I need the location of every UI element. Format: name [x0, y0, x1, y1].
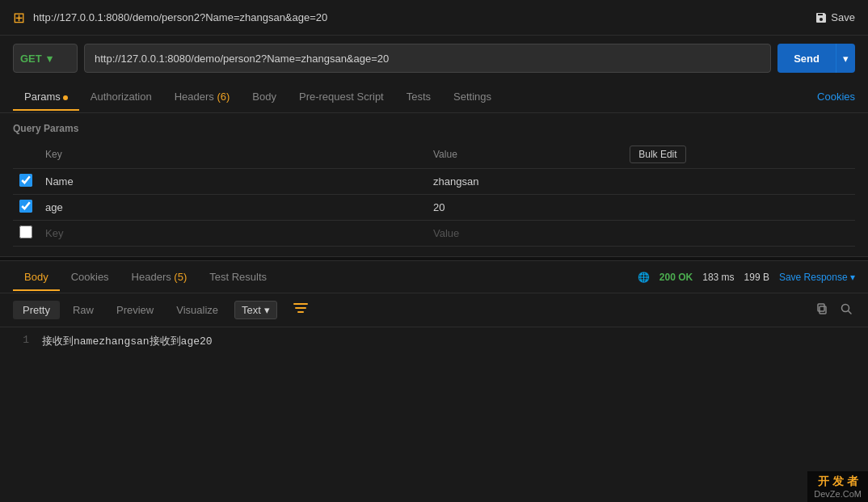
search-button[interactable]	[837, 300, 855, 320]
send-button[interactable]: Send	[777, 44, 836, 73]
row2-checkbox[interactable]	[19, 200, 32, 213]
copy-button[interactable]	[813, 300, 831, 320]
row1-checkbox[interactable]	[19, 174, 32, 187]
col-checkbox	[13, 141, 39, 169]
save-response-label: Save Response	[779, 272, 848, 283]
fmt-tab-pretty[interactable]: Pretty	[13, 301, 60, 319]
resp-tab-headers-label: Headers (5)	[132, 271, 188, 283]
method-chevron-icon: ▾	[47, 53, 53, 65]
tab-authorization[interactable]: Authorization	[79, 82, 163, 111]
tab-headers[interactable]: Headers (6)	[163, 82, 242, 111]
resp-tab-test-results-label: Test Results	[209, 271, 267, 283]
top-url: http://127.0.0.1:8080/demo/person2?Name=…	[33, 11, 807, 23]
tab-body-label: Body	[252, 91, 276, 103]
status-time: 183 ms	[702, 272, 734, 283]
tab-body[interactable]: Body	[241, 82, 288, 111]
tab-tests-label: Tests	[407, 91, 431, 103]
svg-line-6	[849, 311, 852, 314]
row3-checkbox-cell	[13, 221, 39, 247]
format-bar: Pretty Raw Preview Visualize Text ▾	[0, 293, 868, 327]
svg-rect-0	[293, 303, 308, 305]
row2-checkbox-cell	[13, 195, 39, 221]
watermark-line1: 开 发 者	[814, 475, 862, 489]
save-response-button[interactable]: Save Response ▾	[779, 272, 855, 283]
tab-authorization-label: Authorization	[91, 91, 152, 103]
response-action-icons	[813, 300, 855, 320]
tab-tests[interactable]: Tests	[395, 82, 442, 111]
tab-settings[interactable]: Settings	[442, 82, 503, 111]
row1-key[interactable]: Name	[39, 169, 427, 195]
fmt-tab-visualize[interactable]: Visualize	[166, 301, 228, 319]
line-content: 接收到namezhangsan接收到age20	[42, 334, 213, 348]
send-dropdown-button[interactable]: ▾	[836, 44, 855, 73]
col-bulk-edit: Bulk Edit	[623, 141, 855, 169]
resp-tab-body-label: Body	[24, 271, 48, 283]
row2-value[interactable]: 20	[427, 195, 623, 221]
row3-checkbox[interactable]	[19, 226, 32, 238]
response-body: 1 接收到namezhangsan接收到age20	[0, 327, 868, 355]
table-row: age 20	[13, 195, 855, 221]
resp-tab-headers[interactable]: Headers (5)	[120, 263, 199, 291]
status-ok: 200 OK	[659, 272, 693, 283]
row3-actions	[623, 221, 855, 247]
row1-actions	[623, 169, 855, 195]
resp-tab-cookies[interactable]: Cookies	[60, 263, 120, 291]
save-button[interactable]: Save	[815, 11, 855, 23]
tab-prerequest-label: Pre-request Script	[299, 91, 384, 103]
tab-params-label: Params	[24, 91, 61, 103]
table-row: Key Value	[13, 221, 855, 247]
resp-tab-test-results[interactable]: Test Results	[198, 263, 278, 291]
row1-checkbox-cell	[13, 169, 39, 195]
text-format-dropdown[interactable]: Text ▾	[234, 301, 277, 319]
row3-value[interactable]: Value	[427, 221, 623, 247]
status-info: 🌐 200 OK 183 ms 199 B Save Response ▾	[638, 272, 855, 283]
params-table: Key Value Bulk Edit Name zhangsan a	[13, 141, 855, 247]
status-size: 199 B	[744, 272, 769, 283]
app-icon: ⊞	[13, 9, 25, 27]
send-btn-group: Send ▾	[777, 44, 855, 73]
resp-tab-body[interactable]: Body	[13, 263, 60, 291]
url-input[interactable]	[84, 44, 771, 73]
request-tabs-bar: Params Authorization Headers (6) Body Pr…	[0, 81, 868, 113]
watermark: 开 发 者 DevZe.CoM	[807, 471, 868, 502]
row3-key[interactable]: Key	[39, 221, 427, 247]
col-value: Value	[427, 141, 623, 169]
tab-settings-label: Settings	[453, 91, 491, 103]
value-placeholder: Value	[433, 227, 459, 239]
response-tabs-bar: Body Cookies Headers (5) Test Results 🌐 …	[0, 261, 868, 293]
tab-prerequest[interactable]: Pre-request Script	[288, 82, 395, 111]
svg-rect-4	[818, 304, 824, 311]
key-placeholder: Key	[45, 227, 63, 239]
method-value: GET	[20, 53, 42, 65]
bulk-edit-button[interactable]: Bulk Edit	[630, 146, 685, 163]
response-line: 1 接收到namezhangsan接收到age20	[13, 334, 855, 348]
text-dropdown-chevron-icon: ▾	[264, 304, 270, 316]
resp-tab-cookies-label: Cookies	[71, 271, 109, 283]
request-bar: GET ▾ Send ▾	[0, 36, 868, 81]
filter-icon-button[interactable]	[287, 300, 314, 321]
text-format-label: Text	[242, 304, 261, 316]
row1-value[interactable]: zhangsan	[427, 169, 623, 195]
search-icon	[841, 303, 852, 314]
query-params-section: Query Params Key Value Bulk Edit Name zh…	[0, 113, 868, 256]
cookies-link[interactable]: Cookies	[817, 91, 855, 103]
fmt-tab-raw[interactable]: Raw	[63, 301, 103, 319]
copy-icon	[816, 303, 828, 314]
row2-actions	[623, 195, 855, 221]
watermark-line2: DevZe.CoM	[814, 489, 862, 499]
svg-rect-3	[820, 306, 826, 314]
col-key: Key	[39, 141, 427, 169]
method-dropdown[interactable]: GET ▾	[13, 44, 78, 73]
tab-headers-label: Headers (6)	[175, 91, 230, 103]
headers-count: (6)	[217, 91, 230, 103]
row2-key[interactable]: age	[39, 195, 427, 221]
fmt-preview-label: Preview	[116, 304, 154, 316]
tab-params[interactable]: Params	[13, 82, 79, 111]
save-icon	[815, 12, 827, 23]
fmt-tab-preview[interactable]: Preview	[107, 301, 163, 319]
line-number: 1	[13, 334, 29, 346]
params-dot	[63, 95, 68, 100]
fmt-raw-label: Raw	[73, 304, 94, 316]
fmt-pretty-label: Pretty	[23, 304, 50, 316]
filter-icon	[293, 303, 308, 314]
